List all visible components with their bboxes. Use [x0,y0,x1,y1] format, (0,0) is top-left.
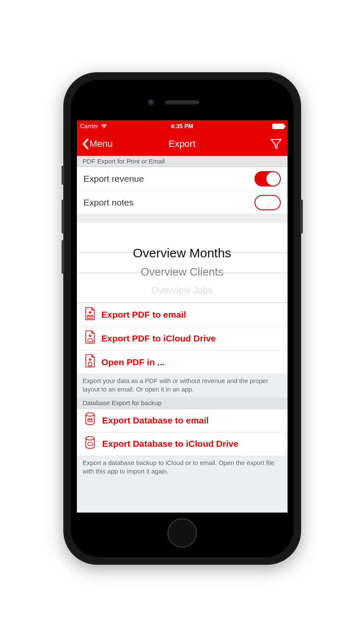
status-left: Carrier [80,123,108,130]
open-pdf-button[interactable]: Open PDF in ... [77,350,288,374]
section-header-db: Database Export for backup [77,397,288,409]
phone-inner: Carrier 4:35 PM Menu Export [71,80,293,557]
pdf-footer: Export your data as a PDF with or withou… [77,374,288,397]
phone-frame: Carrier 4:35 PM Menu Export [63,72,301,565]
chevron-left-icon [82,138,89,149]
export-pdf-icloud-button[interactable]: Export PDF to iCloud Drive [77,327,288,350]
nav-bar: Menu Export [77,132,288,156]
action-label: Export PDF to iCloud Drive [102,333,281,344]
wifi-icon [101,124,107,129]
svg-point-2 [86,413,94,416]
status-bar: Carrier 4:35 PM [77,120,288,132]
action-label: Export PDF to email [102,310,281,320]
picker-option [181,225,183,244]
phone-side-button [300,200,303,234]
battery-icon [272,124,284,129]
export-notes-toggle[interactable] [254,195,281,210]
picker-option: Overview Jobs [151,281,212,300]
picker-option-selected: Overview Months [133,244,231,262]
home-button[interactable] [167,518,197,548]
action-label: Export Database to email [102,415,281,426]
layout-picker[interactable]: Overview Months Overview Clients Overvie… [77,222,288,303]
phone-side-button [62,166,64,185]
export-notes-label: Export notes [84,197,254,208]
export-db-icloud-button[interactable]: Export Database to iCloud Drive [77,432,288,456]
export-db-email-button[interactable]: Export Database to email [77,409,288,432]
funnel-icon [270,138,282,150]
picker-option: Overview Clients [141,262,223,281]
export-pdf-email-button[interactable]: Export PDF to email [77,303,288,327]
export-notes-row: Export notes [77,191,288,214]
earpiece [165,100,199,104]
db-footer: Export a database backup to iCloud or to… [77,456,288,479]
carrier-label: Carrier [80,123,99,130]
action-label: Open PDF in ... [102,357,281,367]
pdf-open-icon [84,354,96,370]
db-email-icon [84,412,96,428]
status-right [272,124,284,129]
export-revenue-toggle[interactable] [254,171,281,186]
page-title: Export [169,138,196,149]
phone-side-button [62,240,64,274]
export-revenue-row: Export revenue [77,167,288,191]
screen: Carrier 4:35 PM Menu Export [77,120,288,513]
svg-point-3 [86,437,94,440]
action-label: Export Database to iCloud Drive [102,439,281,449]
db-icloud-icon [84,436,96,452]
back-label: Menu [90,138,113,149]
back-button[interactable]: Menu [82,138,113,149]
svg-point-1 [90,365,90,366]
status-time: 4:35 PM [171,123,193,130]
phone-side-button [62,200,64,234]
export-revenue-label: Export revenue [84,174,254,184]
content-scroll[interactable]: PDF Export for Print or Email Export rev… [77,156,288,513]
front-camera [148,99,154,105]
filter-button[interactable] [270,138,282,150]
section-header-pdf: PDF Export for Print or Email [77,156,288,167]
pdf-email-icon [84,307,96,323]
pdf-icloud-icon [84,330,96,347]
